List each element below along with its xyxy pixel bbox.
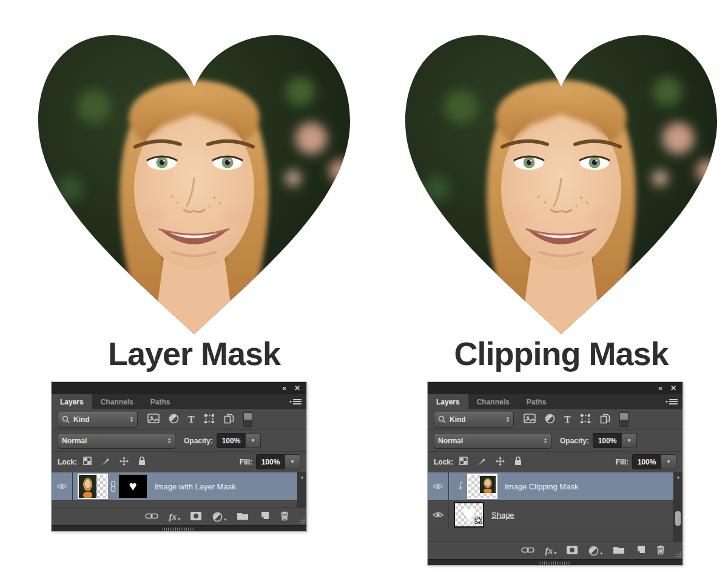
layers-scrollbar[interactable]: ▲ [673,472,682,542]
filter-smart-object-icon[interactable] [600,414,610,426]
opacity-dropdown-arrow[interactable]: ▼ [621,433,637,448]
layer-thumbnail[interactable] [467,474,497,499]
kind-filter-dropdown[interactable]: Kind ▲▼ [434,412,514,428]
mask-link-icon[interactable] [110,480,116,492]
panel-bottom-strip [428,559,682,566]
opacity-label: Opacity: [184,437,213,445]
kind-filter-label: Kind [73,415,90,424]
layer-thumbnail[interactable] [78,474,108,499]
filter-pixel-layers-icon[interactable] [524,414,536,425]
panel-drag-grip[interactable] [163,528,195,531]
filter-type-layers-icon[interactable]: T [564,415,571,424]
filter-toggle-icon[interactable] [619,412,629,427]
layer-row-shape[interactable]: ♥ Shape [428,501,674,529]
panel-menu-icon[interactable]: ▾ [289,394,302,409]
tab-layers[interactable]: Layers [428,394,468,409]
layer-style-icon[interactable]: fx ▾ [169,512,180,522]
link-layers-icon[interactable] [145,512,158,522]
scroll-up-icon[interactable]: ▲ [676,475,681,479]
fill-control: 100% ▼ [632,454,676,469]
visibility-toggle[interactable] [52,472,73,500]
opacity-control: 100% ▼ [217,433,261,448]
tab-paths[interactable]: Paths [142,394,179,409]
layers-scrollbar[interactable]: ▲ [297,472,306,508]
fill-value[interactable]: 100% [632,454,661,469]
filter-smart-object-icon[interactable] [224,414,234,426]
lock-label: Lock: [434,458,453,466]
fill-dropdown-arrow[interactable]: ▼ [285,454,300,469]
filter-shape-layers-icon[interactable] [204,414,215,426]
new-layer-icon[interactable] [259,511,269,523]
lock-all-icon[interactable] [514,456,522,468]
opacity-value[interactable]: 100% [217,433,245,448]
lock-icon-group [459,456,522,468]
layer-row-image-with-layer-mask[interactable]: ♥ Image with Layer Mask [52,472,298,501]
spinner-icon: ▲▼ [502,417,510,422]
close-panel-icon[interactable]: ✕ [670,384,676,392]
visibility-toggle[interactable] [428,501,449,529]
layer-name[interactable]: Shape [491,511,514,520]
filter-adjustment-layers-icon[interactable] [169,414,179,426]
panel-drag-grip[interactable] [539,562,571,565]
layer-thumbnail-photo [79,475,96,498]
filter-type-layers-icon[interactable]: T [188,415,195,424]
fill-value[interactable]: 100% [256,454,285,469]
tab-layers[interactable]: Layers [52,394,92,409]
panel-resize-grip[interactable] [674,551,681,558]
opacity-dropdown-arrow[interactable]: ▼ [245,433,261,448]
lock-position-icon[interactable] [119,456,129,468]
add-layer-mask-icon[interactable] [566,545,578,557]
layers-panel-left: « ✕ Layers Channels Paths ▾ Kind ▲▼ [52,382,306,531]
fill-dropdown-arrow[interactable]: ▼ [661,454,676,469]
layer-style-icon[interactable]: fx ▾ [545,546,556,555]
scrollbar-thumb[interactable] [675,511,681,526]
panel-resize-grip[interactable] [298,517,305,524]
fill-control: 100% ▼ [256,454,300,469]
tab-channels[interactable]: Channels [468,394,518,409]
new-group-icon[interactable] [613,545,625,556]
lock-all-icon[interactable] [138,456,146,468]
visibility-toggle[interactable] [428,472,449,500]
layer-row-image-clipping-mask[interactable]: Image Clipping Mask [428,472,674,501]
filter-toggle-icon[interactable] [243,412,252,427]
lock-label: Lock: [58,458,77,466]
lock-transparency-icon[interactable] [83,457,92,467]
delete-layer-icon[interactable] [656,545,666,557]
filter-adjustment-layers-icon[interactable] [545,414,555,426]
lock-transparency-icon[interactable] [459,457,468,467]
tab-paths[interactable]: Paths [518,394,555,409]
lock-position-icon[interactable] [495,456,505,468]
link-layers-icon[interactable] [521,546,534,555]
add-layer-mask-icon[interactable] [190,511,202,523]
collapse-panel-icon[interactable]: « [282,384,286,392]
page-canvas: Layer Mask Clipping Mask « ✕ Layers Chan… [0,0,728,587]
adjustment-layer-icon[interactable]: ▾ [212,512,226,522]
layer-mask-thumbnail[interactable]: ♥ [118,474,147,498]
blend-mode-dropdown[interactable]: Normal ▲▼ [434,433,551,449]
layer-name[interactable]: Image Clipping Mask [505,482,578,491]
blend-mode-value: Normal [438,437,463,445]
panel-menu-icon[interactable]: ▾ [666,394,678,409]
layer-name[interactable]: Image with Layer Mask [155,482,236,491]
scroll-up-icon[interactable]: ▲ [300,475,305,479]
collapse-panel-icon[interactable]: « [658,384,662,392]
blend-mode-dropdown[interactable]: Normal ▲▼ [58,433,175,449]
layer-mask-caption: Layer Mask [27,337,361,370]
lock-pixels-icon[interactable] [476,457,487,468]
kind-filter-dropdown[interactable]: Kind ▲▼ [58,412,138,428]
filter-shape-layers-icon[interactable] [580,414,591,426]
new-layer-icon[interactable] [635,545,645,557]
eye-icon [433,483,443,490]
close-panel-icon[interactable]: ✕ [294,384,300,392]
opacity-label: Opacity: [560,437,589,445]
tab-channels[interactable]: Channels [92,394,142,409]
filter-pixel-layers-icon[interactable] [147,414,160,425]
lock-row: Lock: Fill: 100% ▼ [428,452,682,472]
adjustment-layer-icon[interactable]: ▾ [588,546,602,556]
delete-layer-icon[interactable] [280,511,289,523]
new-group-icon[interactable] [237,511,249,522]
vector-mask-badge-icon [474,517,482,526]
lock-pixels-icon[interactable] [100,457,110,468]
shape-layer-thumbnail[interactable]: ♥ [454,502,484,528]
opacity-value[interactable]: 100% [593,433,621,448]
